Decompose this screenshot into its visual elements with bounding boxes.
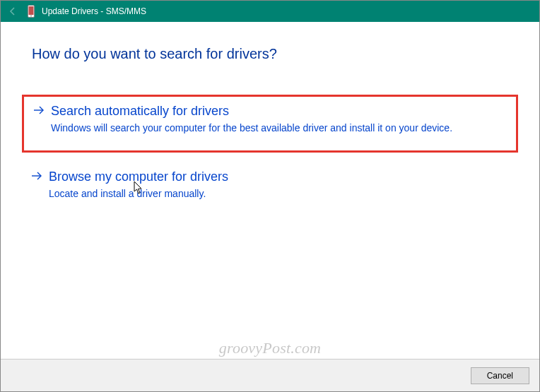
back-arrow-icon[interactable]	[5, 4, 20, 19]
cancel-button[interactable]: Cancel	[471, 367, 529, 384]
window-title: Update Drivers - SMS/MMS	[42, 6, 146, 16]
footer: Cancel	[1, 359, 539, 391]
option-search-automatically[interactable]: Search automatically for drivers Windows…	[22, 95, 518, 153]
option-browse-computer[interactable]: Browse my computer for drivers Locate an…	[22, 162, 518, 216]
page-heading: How do you want to search for drivers?	[32, 46, 508, 62]
svg-rect-1	[29, 6, 34, 15]
phone-icon	[26, 5, 36, 18]
content-area: How do you want to search for drivers? S…	[1, 22, 539, 359]
titlebar: Update Drivers - SMS/MMS	[1, 1, 539, 22]
option-title: Browse my computer for drivers	[49, 170, 510, 184]
option-title: Search automatically for drivers	[51, 104, 507, 119]
option-description: Locate and install a driver manually.	[49, 187, 510, 201]
arrow-right-icon	[29, 170, 45, 184]
svg-point-2	[30, 16, 32, 17]
option-description: Windows will search your computer for th…	[51, 121, 507, 135]
arrow-right-icon	[31, 104, 47, 118]
